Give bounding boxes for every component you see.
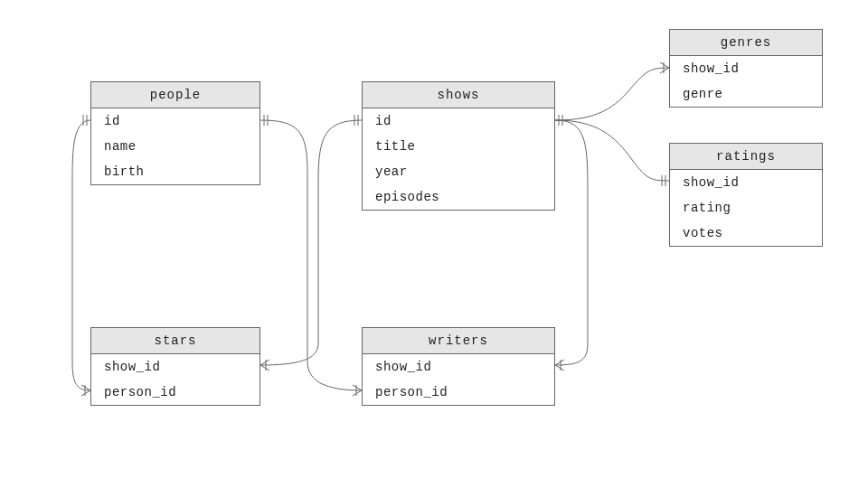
entity-stars-field-showid: show_id (91, 354, 259, 380)
entity-shows-field-episodes: episodes (363, 184, 554, 210)
entity-ratings: ratings show_id rating votes (669, 143, 823, 247)
entity-shows-field-title: title (363, 134, 554, 159)
entity-people-title: people (91, 82, 259, 108)
entity-people-field-id: id (91, 108, 259, 134)
entity-writers-field-personid: person_id (363, 380, 554, 405)
entity-writers-title: writers (363, 328, 554, 354)
entity-stars-field-personid: person_id (91, 380, 259, 405)
entity-shows-field-year: year (363, 159, 554, 184)
svg-line-13 (260, 365, 269, 371)
entity-ratings-field-votes: votes (670, 221, 822, 246)
entity-writers-field-showid: show_id (363, 354, 554, 380)
entity-ratings-field-showid: show_id (670, 170, 822, 195)
entity-shows-title: shows (363, 82, 554, 108)
entity-stars: stars show_id person_id (90, 327, 260, 406)
entity-ratings-title: ratings (670, 144, 822, 170)
entity-genres: genres show_id genre (669, 29, 823, 108)
svg-line-8 (353, 390, 362, 396)
entity-shows-field-id: id (363, 108, 554, 134)
entity-shows: shows id title year episodes (362, 81, 555, 211)
entity-genres-title: genres (670, 30, 822, 56)
svg-line-17 (660, 62, 669, 68)
svg-line-22 (555, 360, 564, 365)
entity-stars-title: stars (91, 328, 259, 354)
svg-line-18 (660, 68, 669, 73)
entity-people: people id name birth (90, 81, 260, 185)
entity-writers: writers show_id person_id (362, 327, 555, 406)
svg-line-23 (555, 365, 564, 371)
svg-line-7 (353, 385, 362, 390)
svg-line-2 (81, 385, 90, 390)
svg-line-3 (81, 390, 90, 396)
entity-people-field-name: name (91, 134, 259, 159)
entity-ratings-field-rating: rating (670, 195, 822, 221)
entity-genres-field-genre: genre (670, 81, 822, 107)
entity-people-field-birth: birth (91, 159, 259, 184)
entity-genres-field-showid: show_id (670, 56, 822, 81)
svg-line-12 (260, 360, 269, 365)
